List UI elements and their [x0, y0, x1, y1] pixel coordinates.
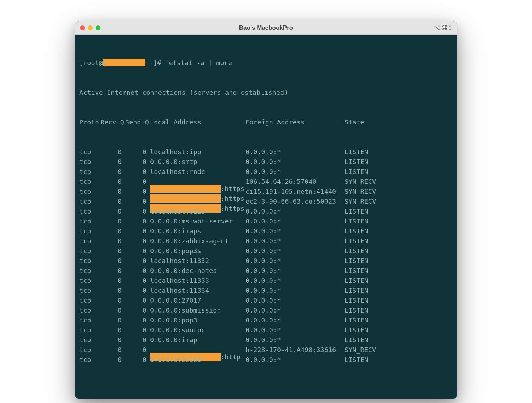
- column-headers: ProtoRecv-QSend-QLocal AddressForeign Ad…: [79, 117, 453, 127]
- table-row: tcp000.0.0.0:pop3s0.0.0.0:*LISTEN: [79, 246, 453, 256]
- cell-foreign: 0.0.0.0:*: [245, 236, 345, 246]
- cell-state: LISTEN: [345, 206, 368, 216]
- cell-sendq: 0: [122, 236, 146, 246]
- cell-sendq: 0: [122, 167, 146, 177]
- table-row: tcp00:https106.54.64.26:57040SYN_RECV: [79, 177, 453, 187]
- cell-local: 0.0.0.0:smtp: [146, 157, 245, 167]
- cell-local: 0.0.0.0:submission: [146, 305, 245, 315]
- table-row: tcp00localhost:113340.0.0.0:*LISTEN: [79, 286, 453, 296]
- table-row: tcp00:httph-228-170-41.A498:33616SYN_REC…: [79, 345, 453, 355]
- cell-state: SYN_RECV: [345, 177, 376, 187]
- cell-foreign: 0.0.0.0:*: [245, 335, 345, 345]
- cell-local: localhost:11333: [146, 276, 245, 286]
- cell-proto: tcp: [79, 167, 100, 177]
- cell-state: LISTEN: [345, 216, 368, 226]
- cell-recvq: 0: [100, 147, 122, 157]
- cell-local: 0.0.0.0:pop3: [146, 315, 245, 325]
- cell-recvq: 0: [100, 335, 122, 345]
- cell-local: 0.0.0.0:imaps: [146, 226, 245, 236]
- window-title: Bao's MacbookPro: [75, 24, 457, 31]
- cell-proto: tcp: [79, 187, 100, 197]
- cell-local: 0.0.0.0:zabbix-agent: [146, 236, 245, 246]
- traffic-lights: [80, 25, 100, 30]
- cell-foreign: 106.54.64.26:57040: [245, 177, 345, 187]
- cell-recvq: 0: [100, 197, 122, 206]
- header-sendq: Send-Q: [125, 117, 150, 127]
- cell-proto: tcp: [79, 296, 100, 305]
- header-proto: Proto: [79, 117, 100, 127]
- prompt-prefix: [root@: [79, 59, 103, 66]
- table-row: tcp00localhost:81250.0.0.0:*LISTEN: [79, 206, 453, 216]
- cell-foreign: 0.0.0.0:*: [245, 147, 345, 157]
- shortcut-label: ⌥⌘1: [434, 24, 452, 32]
- table-row: tcp00localhost:113330.0.0.0:*LISTEN: [79, 276, 453, 286]
- cell-sendq: 0: [122, 216, 146, 226]
- cell-foreign: 0.0.0.0:*: [245, 266, 345, 276]
- cell-recvq: 0: [100, 325, 122, 335]
- cell-state: LISTEN: [345, 276, 368, 286]
- cell-foreign: 0.0.0.0:*: [245, 216, 345, 226]
- zoom-button[interactable]: [96, 25, 100, 30]
- cell-local: localhost:ipp: [146, 147, 245, 157]
- cell-sendq: 0: [122, 345, 146, 355]
- minimize-button[interactable]: [88, 25, 93, 30]
- cell-local: 0.0.0.0:sunrpc: [146, 325, 245, 335]
- cell-proto: tcp: [79, 266, 100, 276]
- cell-state: LISTEN: [345, 335, 368, 345]
- cell-foreign: 0.0.0.0:*: [245, 315, 345, 325]
- cell-state: LISTEN: [345, 325, 368, 335]
- cell-foreign: 0.0.0.0:*: [245, 226, 345, 236]
- cell-proto: tcp: [79, 147, 100, 157]
- cell-foreign: 0.0.0.0:*: [245, 276, 345, 286]
- table-row: tcp000.0.0.0:223850.0.0.0:*LISTEN: [79, 355, 453, 365]
- cell-proto: tcp: [79, 226, 100, 236]
- cell-recvq: 0: [100, 167, 122, 177]
- cell-proto: tcp: [79, 157, 100, 167]
- cell-proto: tcp: [79, 305, 100, 315]
- cell-local: localhost:11334: [146, 286, 245, 296]
- terminal-body[interactable]: [root@ ~]# netstat -a | more Active Inte…: [75, 35, 457, 399]
- cell-state: LISTEN: [345, 266, 368, 276]
- cell-foreign: 0.0.0.0:*: [245, 206, 345, 216]
- cell-local: 0.0.0.0:ms-wbt-server: [146, 216, 245, 226]
- cell-sendq: 0: [122, 187, 146, 197]
- header-recvq: Recv-Q: [100, 117, 125, 127]
- cell-sendq: 0: [122, 177, 146, 187]
- header-foreign: Foreign Address: [245, 117, 345, 127]
- header-local: Local Address: [150, 117, 245, 127]
- cell-recvq: 0: [100, 157, 122, 167]
- table-row: tcp00:httpsci15.191-105.netn:41440SYN_RE…: [79, 187, 453, 197]
- table-row: tcp000.0.0.0:pop30.0.0.0:*LISTEN: [79, 315, 453, 325]
- cell-foreign: 0.0.0.0:*: [245, 167, 345, 177]
- cell-recvq: 0: [100, 216, 122, 226]
- cell-state: LISTEN: [345, 246, 368, 256]
- cell-proto: tcp: [79, 276, 100, 286]
- cell-state: LISTEN: [345, 296, 368, 305]
- cell-recvq: 0: [100, 206, 122, 216]
- cell-local: localhost:rndc: [146, 167, 245, 177]
- cell-state: LISTEN: [345, 167, 368, 177]
- cell-state: LISTEN: [345, 147, 368, 157]
- cell-recvq: 0: [100, 296, 122, 305]
- table-row: tcp000.0.0.0:dec-notes0.0.0.0:*LISTEN: [79, 266, 453, 276]
- cell-local: localhost:8125: [146, 206, 245, 216]
- cell-state: LISTEN: [345, 226, 368, 236]
- cell-sendq: 0: [122, 157, 146, 167]
- cell-foreign: 0.0.0.0:*: [245, 157, 345, 167]
- table-row: tcp00localhost:ipp0.0.0.0:*LISTEN: [79, 147, 453, 157]
- close-button[interactable]: [80, 25, 85, 30]
- table-row: tcp000.0.0.0:270170.0.0.0:*LISTEN: [79, 296, 453, 305]
- cell-recvq: 0: [100, 286, 122, 296]
- cell-state: SYN_RECV: [345, 197, 376, 206]
- cell-local: 0.0.0.0:pop3s: [146, 246, 245, 256]
- cell-proto: tcp: [79, 335, 100, 345]
- cell-state: SYN_RECV: [345, 187, 376, 197]
- cell-local: 0.0.0.0:27017: [146, 296, 245, 305]
- cell-foreign: 0.0.0.0:*: [245, 355, 345, 365]
- titlebar: Bao's MacbookPro ⌥⌘1: [75, 21, 457, 35]
- cell-sendq: 0: [122, 325, 146, 335]
- cell-recvq: 0: [100, 305, 122, 315]
- table-row: tcp000.0.0.0:imap0.0.0.0:*LISTEN: [79, 335, 453, 345]
- cell-sendq: 0: [122, 147, 146, 157]
- connections-subheader: Active Internet connections (servers and…: [79, 88, 453, 98]
